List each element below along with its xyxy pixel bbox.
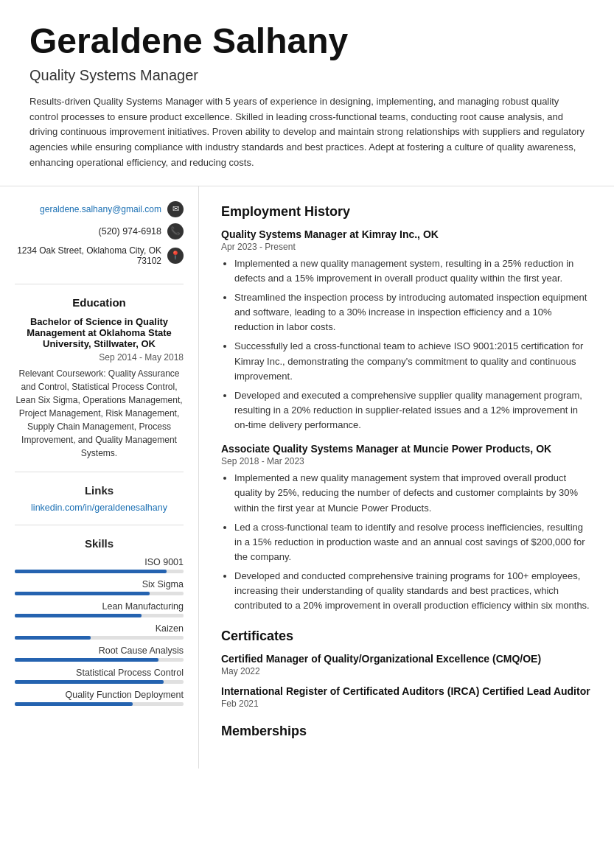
header: Geraldene Salhany Quality Systems Manage… (0, 0, 614, 186)
contact-address-item: 1234 Oak Street, Oklahoma City, OK 73102… (15, 245, 184, 266)
memberships-section: Memberships (221, 724, 592, 739)
cert-title: Certified Manager of Quality/Organizatio… (221, 653, 592, 665)
skills-list: ISO 9001 Six Sigma Lean Manufacturing Ka… (15, 557, 184, 706)
job-entry: Associate Quality Systems Manager at Mun… (221, 443, 592, 613)
skill-name: Quality Function Deployment (15, 690, 184, 700)
skill-bar-bg (15, 592, 184, 595)
candidate-title: Quality Systems Manager (29, 67, 585, 84)
job-entry: Quality Systems Manager at Kimray Inc., … (221, 228, 592, 433)
skill-name: ISO 9001 (15, 557, 184, 567)
skill-item: Statistical Process Control (15, 668, 184, 684)
skills-section: Skills ISO 9001 Six Sigma Lean Manufactu… (15, 537, 184, 706)
education-heading: Education (15, 296, 184, 309)
jobs-list: Quality Systems Manager at Kimray Inc., … (221, 228, 592, 614)
skill-bar-fill (15, 570, 167, 573)
cert-date: Feb 2021 (221, 699, 592, 709)
skill-item: Kaizen (15, 623, 184, 640)
skill-bar-fill (15, 702, 133, 706)
body-layout: geraldene.salhany@gmail.com ✉ (520) 974-… (0, 186, 614, 769)
job-title: Associate Quality Systems Manager at Mun… (221, 443, 592, 455)
cert-entry: Certified Manager of Quality/Organizatio… (221, 653, 592, 676)
education-section: Education Bachelor of Science in Quality… (15, 296, 184, 472)
cert-date: May 2022 (221, 666, 592, 676)
contact-section: geraldene.salhany@gmail.com ✉ (520) 974-… (15, 201, 184, 284)
skill-name: Root Cause Analysis (15, 645, 184, 656)
skill-bar-bg (15, 702, 184, 706)
links-section: Links linkedin.com/in/geraldenesalhany (15, 484, 184, 525)
skill-name: Six Sigma (15, 579, 184, 589)
skill-bar-fill (15, 658, 158, 662)
sidebar: geraldene.salhany@gmail.com ✉ (520) 974-… (0, 186, 199, 769)
job-bullets: Implemented a new quality management sys… (221, 471, 592, 613)
skill-bar-bg (15, 680, 184, 684)
skill-name: Kaizen (15, 623, 184, 634)
main-content: Employment History Quality Systems Manag… (199, 186, 614, 769)
skill-bar-fill (15, 680, 164, 684)
certificates-section: Certificates Certified Manager of Qualit… (221, 629, 592, 709)
linkedin-link[interactable]: linkedin.com/in/geraldenesalhany (15, 503, 184, 513)
bullet: Successfully led a cross-functional team… (234, 339, 592, 383)
certs-list: Certified Manager of Quality/Organizatio… (221, 653, 592, 709)
skill-bar-fill (15, 636, 91, 640)
bullet: Streamlined the inspection process by in… (234, 290, 592, 335)
skill-item: Six Sigma (15, 579, 184, 595)
contact-email-item: geraldene.salhany@gmail.com ✉ (15, 201, 184, 217)
skill-item: ISO 9001 (15, 557, 184, 573)
job-title: Quality Systems Manager at Kimray Inc., … (221, 228, 592, 240)
cert-entry: International Register of Certificated A… (221, 685, 592, 709)
bullet: Implemented a new quality management sys… (234, 256, 592, 286)
job-dates: Apr 2023 - Present (221, 242, 592, 252)
links-heading: Links (15, 484, 184, 497)
skill-item: Root Cause Analysis (15, 645, 184, 662)
job-bullets: Implemented a new quality management sys… (221, 256, 592, 433)
skill-item: Quality Function Deployment (15, 690, 184, 706)
skill-bar-bg (15, 658, 184, 662)
edu-coursework: Relevant Coursework: Quality Assurance a… (15, 367, 184, 460)
bullet: Developed and conducted comprehensive tr… (234, 569, 592, 613)
job-dates: Sep 2018 - Mar 2023 (221, 456, 592, 466)
bullet: Implemented a new quality management sys… (234, 471, 592, 515)
skill-name: Lean Manufacturing (15, 601, 184, 612)
address-text: 1234 Oak Street, Oklahoma City, OK 73102 (15, 245, 161, 266)
location-icon: 📍 (167, 248, 184, 264)
phone-icon: 📞 (167, 223, 184, 239)
skill-bar-fill (15, 592, 150, 595)
skill-bar-bg (15, 614, 184, 617)
phone-text: (520) 974-6918 (99, 226, 161, 237)
memberships-heading: Memberships (221, 724, 592, 739)
bullet: Led a cross-functional team to identify … (234, 520, 592, 564)
skill-bar-bg (15, 570, 184, 573)
candidate-summary: Results-driven Quality Systems Manager w… (29, 94, 585, 171)
edu-dates: Sep 2014 - May 2018 (15, 352, 184, 363)
skill-name: Statistical Process Control (15, 668, 184, 678)
employment-section: Employment History Quality Systems Manag… (221, 204, 592, 614)
skill-bar-bg (15, 636, 184, 640)
certificates-heading: Certificates (221, 629, 592, 644)
cert-title: International Register of Certificated A… (221, 685, 592, 697)
employment-heading: Employment History (221, 204, 592, 220)
skill-item: Lean Manufacturing (15, 601, 184, 617)
contact-phone-item: (520) 974-6918 📞 (15, 223, 184, 239)
email-icon: ✉ (167, 201, 184, 217)
edu-degree: Bachelor of Science in Quality Managemen… (15, 316, 184, 349)
skills-heading: Skills (15, 537, 184, 550)
skill-bar-fill (15, 614, 142, 617)
candidate-name: Geraldene Salhany (29, 22, 585, 61)
bullet: Developed and executed a comprehensive s… (234, 388, 592, 433)
email-link[interactable]: geraldene.salhany@gmail.com (40, 204, 161, 214)
